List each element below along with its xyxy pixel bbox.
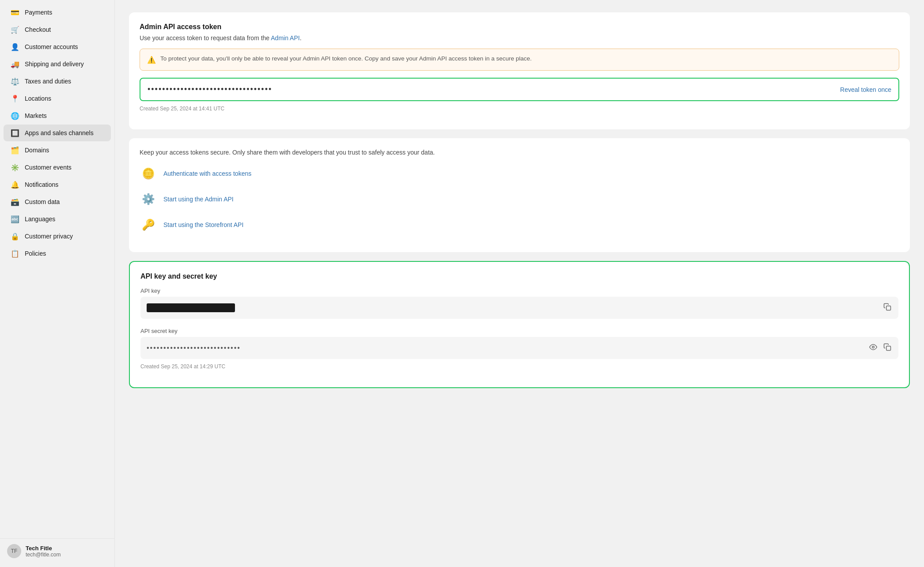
apps-sales-channels-icon: 🔲: [11, 129, 19, 137]
api-key-label: API key: [140, 287, 898, 294]
sidebar-item-locations[interactable]: 📍Locations: [4, 90, 111, 107]
api-secret-field-row: ••••••••••••••••••••••••••••: [140, 337, 898, 359]
storefront-api-icon: 🔑: [140, 216, 157, 234]
authenticate-icon: 🪙: [140, 165, 157, 182]
customer-events-icon: ✳️: [11, 163, 19, 172]
customer-privacy-icon: 🔒: [11, 232, 19, 241]
sidebar-label-customer-events: Customer events: [25, 164, 72, 171]
api-key-field-row: [140, 297, 898, 319]
sidebar-item-payments[interactable]: 💳Payments: [4, 4, 111, 21]
authenticate-link[interactable]: Authenticate with access tokens: [163, 170, 251, 177]
resources-card: Keep your access tokens secure. Only sha…: [129, 138, 910, 252]
admin-api-subtitle: Use your access token to request data fr…: [140, 34, 899, 42]
sidebar-item-shipping-delivery[interactable]: 🚚Shipping and delivery: [4, 56, 111, 72]
api-secret-dots: ••••••••••••••••••••••••••••: [147, 344, 241, 352]
sidebar-label-policies: Policies: [25, 250, 46, 257]
sidebar-item-notifications[interactable]: 🔔Notifications: [4, 176, 111, 193]
warning-text: To protect your data, you'll only be abl…: [160, 55, 532, 62]
avatar: TF: [7, 544, 21, 558]
sidebar-label-customer-accounts: Customer accounts: [25, 43, 78, 50]
sidebar-item-taxes-duties[interactable]: ⚖️Taxes and duties: [4, 73, 111, 90]
store-name: Tech Fitle: [26, 545, 61, 552]
api-secret-copy-button[interactable]: [882, 342, 892, 354]
sidebar-item-customer-accounts[interactable]: 👤Customer accounts: [4, 38, 111, 55]
custom-data-icon: 🗃️: [11, 197, 19, 206]
sidebar-label-checkout: Checkout: [25, 26, 51, 33]
admin-api-icon: ⚙️: [140, 190, 157, 208]
api-key-card: API key and secret key API key API secre…: [129, 261, 910, 388]
customer-accounts-icon: 👤: [11, 42, 19, 51]
sidebar-label-custom-data: Custom data: [25, 198, 60, 205]
admin-api-link[interactable]: Admin API: [271, 34, 299, 42]
token-created-text: Created Sep 25, 2024 at 14:41 UTC: [140, 106, 899, 112]
sidebar-label-taxes-duties: Taxes and duties: [25, 78, 71, 85]
token-row: •••••••••••••••••••••••••••••••••• Revea…: [140, 78, 899, 101]
sidebar-label-payments: Payments: [25, 9, 52, 16]
sidebar-footer[interactable]: TF Tech Fitle tech@fitle.com: [0, 538, 114, 563]
sidebar-item-customer-events[interactable]: ✳️Customer events: [4, 159, 111, 176]
sidebar-label-locations: Locations: [25, 95, 51, 102]
locations-icon: 📍: [11, 94, 19, 103]
resource-link-storefront-api[interactable]: 🔑Start using the Storefront API: [140, 216, 899, 234]
admin-api-token-card: Admin API access token Use your access t…: [129, 12, 910, 129]
sidebar-label-domains: Domains: [25, 147, 49, 154]
api-key-card-title: API key and secret key: [140, 272, 898, 280]
api-key-masked-value: [147, 303, 235, 312]
payments-icon: 💳: [11, 8, 19, 17]
shipping-delivery-icon: 🚚: [11, 60, 19, 68]
taxes-duties-icon: ⚖️: [11, 77, 19, 86]
sidebar-label-shipping-delivery: Shipping and delivery: [25, 60, 84, 68]
sidebar-item-languages[interactable]: 🔤Languages: [4, 211, 111, 227]
sidebar-item-customer-privacy[interactable]: 🔒Customer privacy: [4, 228, 111, 245]
api-key-copy-button[interactable]: [882, 302, 892, 314]
domains-icon: 🗂️: [11, 146, 19, 155]
sidebar-item-domains[interactable]: 🗂️Domains: [4, 142, 111, 159]
svg-point-1: [872, 346, 875, 348]
resource-link-authenticate[interactable]: 🪙Authenticate with access tokens: [140, 165, 899, 182]
sidebar-item-apps-sales-channels[interactable]: 🔲Apps and sales channels: [4, 125, 111, 141]
api-secret-show-button[interactable]: [868, 342, 878, 354]
svg-rect-0: [886, 306, 891, 310]
sidebar-label-notifications: Notifications: [25, 181, 58, 188]
resources-info-text: Keep your access tokens secure. Only sha…: [140, 149, 899, 156]
svg-rect-2: [886, 346, 891, 351]
storefront-api-link[interactable]: Start using the Storefront API: [163, 221, 243, 228]
sidebar-label-customer-privacy: Customer privacy: [25, 233, 73, 240]
sidebar-item-markets[interactable]: 🌐Markets: [4, 107, 111, 124]
checkout-icon: 🛒: [11, 25, 19, 34]
sidebar: 💳Payments🛒Checkout👤Customer accounts🚚Shi…: [0, 0, 115, 567]
sidebar-label-apps-sales-channels: Apps and sales channels: [25, 129, 94, 136]
languages-icon: 🔤: [11, 215, 19, 223]
policies-icon: 📋: [11, 249, 19, 258]
markets-icon: 🌐: [11, 111, 19, 120]
api-key-created-text: Created Sep 25, 2024 at 14:29 UTC: [140, 363, 898, 370]
reveal-token-button[interactable]: Reveal token once: [840, 86, 891, 93]
token-dots: ••••••••••••••••••••••••••••••••••: [148, 85, 272, 94]
sidebar-label-languages: Languages: [25, 215, 55, 223]
notifications-icon: 🔔: [11, 180, 19, 189]
sidebar-label-markets: Markets: [25, 112, 47, 119]
admin-api-title: Admin API access token: [140, 23, 899, 31]
api-secret-label: API secret key: [140, 328, 898, 334]
warning-icon: ⚠️: [147, 56, 156, 64]
sidebar-item-policies[interactable]: 📋Policies: [4, 245, 111, 262]
store-email: tech@fitle.com: [26, 552, 61, 558]
warning-box: ⚠️ To protect your data, you'll only be …: [140, 49, 899, 71]
resource-link-admin-api[interactable]: ⚙️Start using the Admin API: [140, 190, 899, 208]
sidebar-item-checkout[interactable]: 🛒Checkout: [4, 21, 111, 38]
admin-api-link[interactable]: Start using the Admin API: [163, 196, 234, 203]
sidebar-item-custom-data[interactable]: 🗃️Custom data: [4, 193, 111, 210]
main-content: Admin API access token Use your access t…: [115, 0, 924, 567]
